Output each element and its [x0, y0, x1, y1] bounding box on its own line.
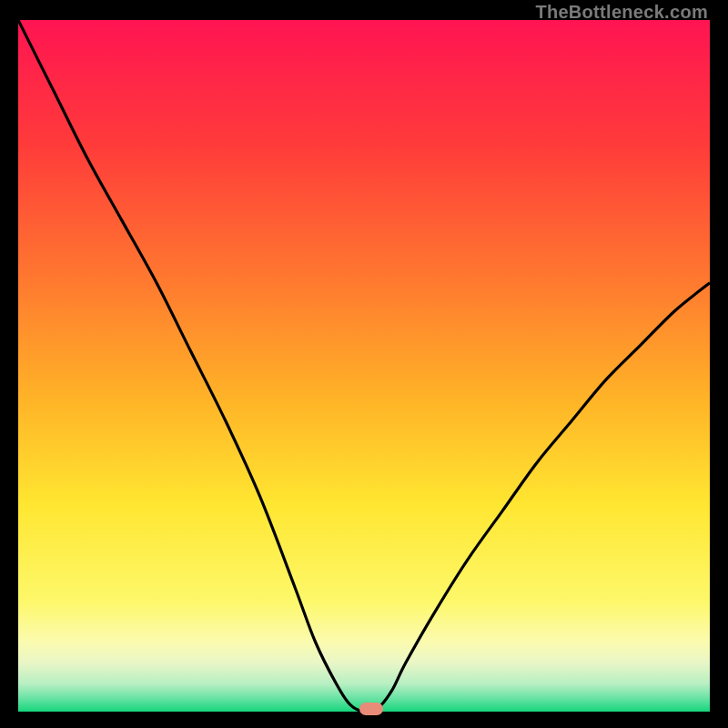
bottleneck-curve — [18, 20, 710, 712]
chart-stage: TheBottleneck.com — [0, 0, 728, 728]
optimal-point-marker — [359, 703, 383, 715]
plot-frame — [18, 20, 710, 712]
curve-path — [18, 20, 710, 712]
